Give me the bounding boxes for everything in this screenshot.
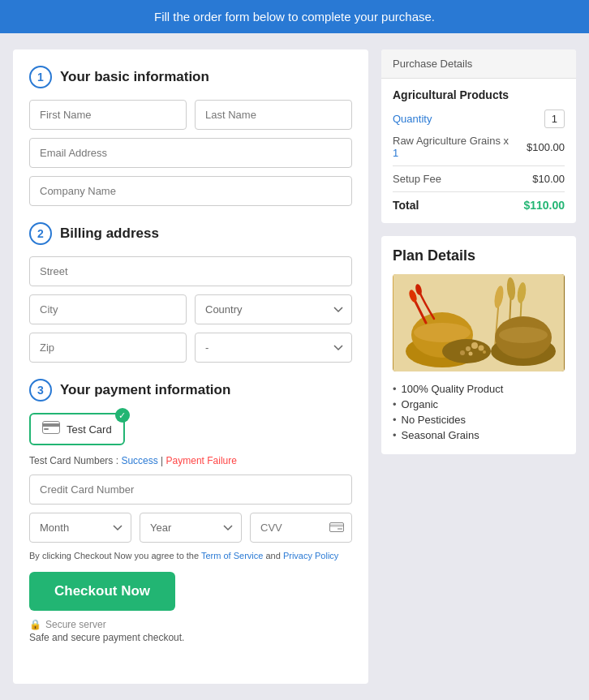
item-label: Raw Agriculture Grains x 1 [393, 135, 509, 159]
svg-rect-1 [42, 423, 60, 427]
state-select[interactable]: - CA NY [195, 333, 352, 363]
card-icon [42, 421, 60, 437]
cc-number-row [29, 475, 352, 505]
cc-number-input[interactable] [29, 475, 352, 505]
month-select[interactable]: Month 01 02 03 04 05 06 07 08 09 10 11 [29, 513, 131, 543]
expiry-cvv-row: Month 01 02 03 04 05 06 07 08 09 10 11 [29, 513, 352, 543]
quantity-row: Quantity 1 [393, 110, 565, 128]
divider2 [393, 191, 565, 192]
section1-number: 1 [29, 66, 52, 88]
setup-fee-row: Setup Fee $10.00 [393, 173, 565, 185]
street-field [29, 256, 352, 286]
item-price-row: Raw Agriculture Grains x 1 $100.00 [393, 135, 565, 159]
quantity-value: 1 [544, 110, 565, 128]
section2-number: 2 [29, 222, 52, 245]
privacy-link[interactable]: Privacy Policy [283, 551, 338, 560]
total-row: Total $110.00 [393, 199, 565, 212]
test-card-info: Test Card Numbers : Success | Payment Fa… [29, 455, 352, 466]
lock-icon: 🔒 [29, 619, 41, 630]
feature-item: 100% Quality Product [393, 381, 565, 397]
failure-link[interactable]: Payment Failure [166, 455, 237, 466]
year-field: Year 2024 2025 2026 2027 2028 [140, 513, 242, 543]
card-check-icon: ✓ [115, 408, 130, 423]
checkout-button[interactable]: Checkout Now [29, 572, 175, 611]
svg-rect-5 [337, 528, 342, 530]
zip-input[interactable] [29, 333, 187, 363]
basic-info-section: 1 Your basic information [29, 66, 352, 206]
plan-details-section: Plan Details [381, 236, 576, 454]
street-input[interactable] [29, 256, 352, 286]
setup-fee-label: Setup Fee [393, 173, 441, 185]
email-row [29, 138, 352, 168]
svg-point-15 [469, 352, 473, 356]
email-field [29, 138, 352, 168]
billing-section: 2 Billing address Country United [29, 222, 352, 363]
svg-point-16 [483, 350, 486, 354]
quantity-label: Quantity [393, 113, 432, 125]
cvv-field [250, 513, 352, 543]
item-price: $100.00 [527, 141, 565, 153]
year-select[interactable]: Year 2024 2025 2026 2027 2028 [140, 513, 242, 543]
zip-state-row: - CA NY [29, 333, 352, 363]
section3-title: 3 Your payment information [29, 379, 352, 402]
svg-point-12 [466, 346, 471, 351]
feature-item: Seasonal Grains [393, 427, 565, 443]
banner-text: Fill the order form below to complete yo… [154, 10, 435, 24]
svg-rect-2 [44, 428, 49, 430]
section1-title: 1 Your basic information [29, 66, 352, 88]
card-option[interactable]: Test Card ✓ [29, 413, 125, 445]
svg-point-14 [460, 350, 465, 355]
left-panel: 1 Your basic information [13, 49, 368, 684]
zip-field [29, 333, 187, 363]
terms-link[interactable]: Term of Service [201, 551, 263, 560]
last-name-input[interactable] [195, 100, 352, 130]
payment-section: 3 Your payment information Test Card ✓ [29, 379, 352, 643]
purchase-details-box: Purchase Details Agricultural Products Q… [381, 49, 576, 223]
product-name: Agricultural Products [393, 88, 565, 101]
plan-details-title: Plan Details [393, 247, 565, 264]
company-input[interactable] [29, 176, 352, 206]
state-field: - CA NY [195, 333, 352, 363]
divider1 [393, 165, 565, 166]
first-name-field [29, 100, 187, 130]
cc-number-field [29, 475, 352, 505]
plan-image [393, 274, 565, 371]
email-input[interactable] [29, 138, 352, 168]
first-name-input[interactable] [29, 100, 187, 130]
svg-rect-0 [43, 422, 60, 434]
city-country-row: Country United States United Kingdom Can… [29, 294, 352, 324]
feature-item: No Pesticides [393, 412, 565, 427]
total-value: $110.00 [523, 199, 565, 212]
name-row [29, 100, 352, 130]
cvv-card-icon [329, 522, 344, 535]
section3-number: 3 [29, 379, 52, 402]
feature-item: Organic [393, 397, 565, 412]
svg-rect-3 [330, 522, 344, 531]
company-row [29, 176, 352, 206]
country-select[interactable]: Country United States United Kingdom Can… [195, 294, 352, 324]
top-banner: Fill the order form below to complete yo… [0, 0, 589, 33]
svg-rect-4 [329, 524, 344, 526]
plan-features-list: 100% Quality Product Organic No Pesticid… [393, 381, 565, 443]
terms-text: By clicking Checkout Now you agree to th… [29, 551, 352, 560]
safe-text: Safe and secure payment checkout. [29, 632, 352, 643]
purchase-details-header: Purchase Details [381, 49, 576, 79]
svg-point-13 [479, 346, 484, 351]
svg-point-11 [471, 342, 478, 349]
right-panel: Purchase Details Agricultural Products Q… [381, 49, 576, 684]
last-name-field [195, 100, 352, 130]
city-field [29, 294, 187, 324]
country-field: Country United States United Kingdom Can… [195, 294, 352, 324]
city-input[interactable] [29, 294, 187, 324]
secure-server: 🔒 Secure server [29, 619, 352, 630]
total-label: Total [393, 199, 419, 212]
street-row [29, 256, 352, 286]
card-label: Test Card [67, 423, 112, 436]
success-link[interactable]: Success [121, 455, 157, 466]
section2-title: 2 Billing address [29, 222, 352, 245]
svg-point-25 [499, 327, 548, 343]
setup-fee-value: $10.00 [532, 173, 565, 185]
month-field: Month 01 02 03 04 05 06 07 08 09 10 11 [29, 513, 131, 543]
company-field [29, 176, 352, 206]
